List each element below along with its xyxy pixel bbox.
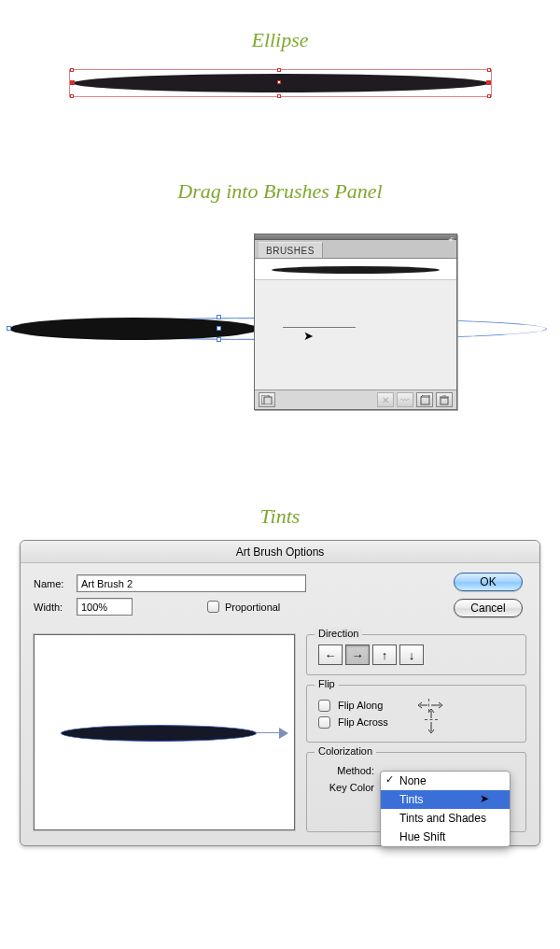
direction-right-button[interactable]: →: [345, 644, 370, 665]
bhandle-l[interactable]: [7, 326, 11, 331]
handle-bc[interactable]: [277, 94, 281, 98]
brush-thumbnail: [272, 266, 440, 274]
svg-rect-2: [421, 397, 429, 404]
brush-preview: [34, 634, 295, 830]
panel-topbar[interactable]: ◂≡: [255, 234, 456, 240]
handle-bl[interactable]: [70, 94, 74, 98]
width-field[interactable]: [77, 598, 133, 616]
flip-across-label: Flip Across: [338, 716, 418, 728]
direction-legend: Direction: [315, 628, 362, 639]
stroke-options-icon: 〰: [400, 395, 410, 405]
method-option-hue-shift[interactable]: Hue Shift: [381, 828, 510, 846]
stroke-options-button[interactable]: 〰: [397, 392, 413, 407]
library-icon: [261, 395, 273, 404]
checkbox-icon: [318, 700, 330, 712]
panel-body[interactable]: ➤: [255, 259, 456, 390]
direction-down-button[interactable]: ↓: [399, 644, 424, 665]
colorization-legend: Colorization: [315, 745, 376, 757]
checkbox-icon: [207, 601, 219, 613]
direction-up-button[interactable]: ↑: [372, 644, 397, 665]
name-field[interactable]: [77, 574, 306, 592]
arrow-up-icon: ↑: [382, 648, 388, 662]
heading-tints: Tints: [0, 504, 560, 529]
panel-tabs: BRUSHES: [255, 240, 456, 259]
direction-group: Direction ← → ↑ ↓: [306, 634, 526, 675]
new-brush-button[interactable]: [416, 392, 433, 407]
cancel-button[interactable]: Cancel: [454, 599, 523, 617]
flip-group: Flip Flip Along Flip Across: [306, 685, 526, 743]
checkbox-icon: [318, 716, 330, 729]
method-dropdown-list: None Tints Tints and Shades Hue Shift ➤: [380, 771, 511, 847]
handle-br[interactable]: [487, 94, 491, 98]
anchor-left[interactable]: [70, 80, 75, 85]
proportional-checkbox[interactable]: Proportional: [207, 601, 280, 613]
arrow-left-icon: ←: [325, 648, 337, 662]
delete-brush-button[interactable]: [436, 392, 453, 407]
tab-brushes[interactable]: BRUSHES: [259, 242, 323, 258]
flip-across-checkbox[interactable]: Flip Across: [318, 715, 516, 729]
svg-rect-1: [264, 397, 272, 404]
panel-footer: ✕ 〰: [255, 390, 456, 409]
cursor-icon: ➤: [480, 792, 489, 805]
flip-legend: Flip: [315, 678, 339, 689]
arrow-down-icon: ↓: [409, 648, 415, 662]
method-option-tints-shades[interactable]: Tints and Shades: [381, 809, 510, 828]
width-label: Width:: [34, 602, 77, 613]
remove-stroke-icon: ✕: [382, 395, 389, 405]
brush-item-1[interactable]: [255, 260, 456, 280]
ok-button[interactable]: OK: [454, 573, 523, 591]
handle-tr[interactable]: [487, 68, 491, 72]
ellipse-selected[interactable]: [73, 71, 488, 95]
svg-rect-3: [441, 398, 448, 404]
method-label: Method:: [318, 765, 380, 776]
dialog-title: Art Brush Options: [21, 541, 539, 563]
heading-drag: Drag into Brushes Panel: [0, 179, 560, 204]
flip-along-label: Flip Along: [338, 700, 418, 711]
heading-ellipse: Ellipse: [0, 28, 560, 52]
cursor-icon: ➤: [303, 329, 314, 343]
bhandle-c[interactable]: [217, 326, 221, 331]
brushes-panel[interactable]: ◂≡ BRUSHES ➤ ✕ 〰: [254, 234, 457, 410]
method-option-none[interactable]: None: [381, 772, 510, 790]
drag-illustration: ◂≡ BRUSHES ➤ ✕ 〰: [0, 215, 560, 476]
direction-arrow-head: [279, 728, 288, 739]
bhandle-t[interactable]: [217, 315, 221, 319]
anchor-right[interactable]: [486, 80, 491, 85]
flip-along-checkbox[interactable]: Flip Along: [318, 699, 516, 712]
brush-libraries-button[interactable]: [259, 392, 275, 407]
handle-tc[interactable]: [277, 68, 281, 72]
bhandle-b[interactable]: [217, 337, 221, 342]
flyout-menu-icon[interactable]: ◂≡: [448, 235, 453, 244]
arrow-right-icon: →: [352, 648, 364, 662]
remove-stroke-button[interactable]: ✕: [377, 392, 394, 407]
keycolor-label: Key Color: [318, 782, 380, 793]
proportional-label: Proportional: [225, 602, 280, 613]
direction-left-button[interactable]: ←: [318, 644, 343, 665]
new-brush-icon: [420, 395, 430, 405]
drop-indicator: [283, 327, 356, 328]
handle-center[interactable]: [277, 80, 281, 84]
trash-icon: [440, 395, 449, 405]
name-label: Name:: [34, 578, 77, 589]
preview-stroke: [61, 725, 257, 742]
flip-across-icon: [425, 709, 438, 735]
method-option-tints[interactable]: Tints: [381, 790, 510, 809]
colorization-group: Colorization Method: None Tints Tints an…: [306, 752, 526, 832]
handle-tl[interactable]: [70, 68, 74, 72]
art-brush-options-dialog: Art Brush Options OK Cancel Name: Width:…: [20, 540, 540, 846]
